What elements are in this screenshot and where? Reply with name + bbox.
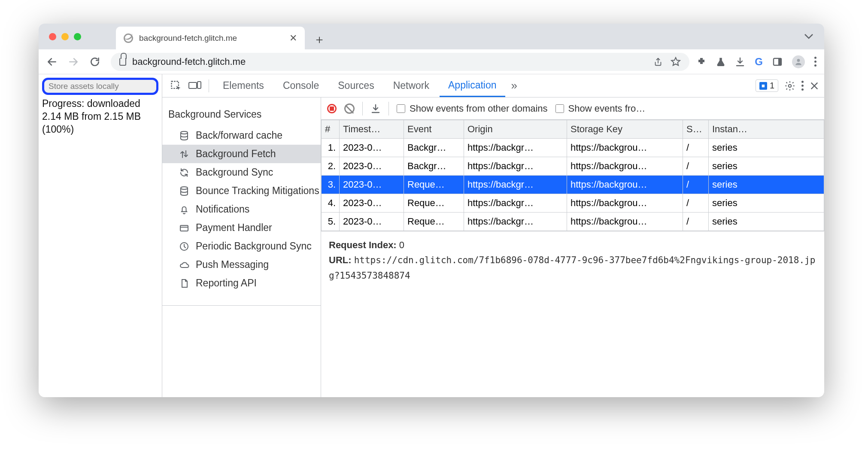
clear-button[interactable] <box>344 103 355 114</box>
sidebar-item-label: Reporting API <box>196 277 257 289</box>
table-row[interactable]: 4.2023-0…Reque…https://backgr…https://ba… <box>322 194 824 213</box>
more-tabs-button[interactable]: » <box>507 79 522 92</box>
reload-button[interactable] <box>89 56 104 67</box>
sidebar-item-background-sync[interactable]: Background Sync <box>162 163 321 182</box>
show-other-domains-checkbox[interactable]: Show events from other domains <box>397 103 548 114</box>
svg-point-6 <box>789 84 792 87</box>
cell: 5. <box>322 213 340 231</box>
col-header[interactable]: Origin <box>464 120 567 139</box>
separator <box>388 102 389 116</box>
application-sidebar: Background Services Back/forward cacheBa… <box>162 97 321 397</box>
store-assets-button[interactable]: Store assets locally <box>49 82 152 91</box>
table-row[interactable]: 2.2023-0…Backgr…https://backgr…https://b… <box>322 157 824 176</box>
events-table: #Timest…EventOriginStorage KeyS…Instan… … <box>321 120 824 231</box>
content-area: Store assets locally Progress: downloade… <box>39 74 824 397</box>
save-events-button[interactable] <box>370 103 381 114</box>
minimize-window-button[interactable] <box>61 33 69 40</box>
col-header[interactable]: Timest… <box>340 120 404 139</box>
sidebar-item-background-fetch[interactable]: Background Fetch <box>162 145 321 163</box>
tab-sources[interactable]: Sources <box>329 74 382 97</box>
cell: Reque… <box>404 213 464 231</box>
cell: Backgr… <box>404 157 464 176</box>
col-header[interactable]: Storage Key <box>567 120 683 139</box>
database-icon <box>179 130 190 141</box>
svg-point-8 <box>181 187 188 189</box>
browser-window: background-fetch.glitch.me ✕ ＋ backgroun… <box>39 24 824 397</box>
lock-icon <box>119 58 126 66</box>
table-row[interactable]: 1.2023-0…Backgr…https://backgr…https://b… <box>322 139 824 157</box>
labs-flask-icon[interactable] <box>716 57 725 67</box>
database-icon <box>179 185 190 197</box>
col-header[interactable]: Event <box>404 120 464 139</box>
tab-console[interactable]: Console <box>274 74 328 97</box>
close-window-button[interactable] <box>49 33 56 40</box>
tab-application[interactable]: Application <box>440 74 505 97</box>
cell: https://backgr… <box>464 176 567 194</box>
extensions-button[interactable] <box>696 57 707 67</box>
checkbox-input[interactable] <box>397 104 405 113</box>
cell: 2. <box>322 157 340 176</box>
tab-elements[interactable]: Elements <box>214 74 273 97</box>
globe-icon <box>124 33 133 43</box>
checkbox-input[interactable] <box>555 104 564 113</box>
side-panel-button[interactable] <box>772 57 783 67</box>
chrome-menu-button[interactable] <box>814 57 816 67</box>
url-text: background-fetch.glitch.me <box>132 56 246 67</box>
issues-button[interactable]: ■ 1 <box>756 79 778 92</box>
table-row[interactable]: 3.2023-0…Reque…https://backgr…https://ba… <box>322 176 824 194</box>
devtools-close-button[interactable] <box>810 81 819 91</box>
close-tab-button[interactable]: ✕ <box>289 33 297 44</box>
sidebar-item-bounce-tracking-mitigations[interactable]: Bounce Tracking Mitigations <box>162 182 321 200</box>
sidebar-item-label: Background Fetch <box>196 148 276 160</box>
cell: 4. <box>322 194 340 213</box>
browser-toolbar: background-fetch.glitch.me G <box>39 49 824 74</box>
svg-rect-5 <box>197 82 201 88</box>
record-button[interactable] <box>327 104 337 113</box>
sidebar-item-push-messaging[interactable]: Push Messaging <box>162 255 321 274</box>
sidebar-section-title: Background Services <box>162 106 321 126</box>
cell: https://backgr… <box>464 213 567 231</box>
sidebar-next-section <box>162 305 321 317</box>
col-header[interactable]: # <box>322 120 340 139</box>
cell: / <box>683 213 709 231</box>
maximize-window-button[interactable] <box>74 33 81 40</box>
device-toolbar-button[interactable] <box>186 77 203 94</box>
application-main: Show events from other domains Show even… <box>321 97 824 397</box>
cell: https://backgr… <box>464 194 567 213</box>
page-viewport: Store assets locally Progress: downloade… <box>39 74 162 397</box>
inspect-element-button[interactable] <box>167 77 185 94</box>
sidebar-item-reporting-api[interactable]: Reporting API <box>162 274 321 292</box>
devtools-menu-button[interactable] <box>801 81 804 91</box>
cell: Reque… <box>404 176 464 194</box>
cell: 1. <box>322 139 340 157</box>
event-details: Request Index: 0 URL: https://cdn.glitch… <box>321 231 824 289</box>
share-button[interactable] <box>653 57 663 67</box>
tab-overflow-button[interactable] <box>804 34 813 39</box>
sidebar-item-periodic-background-sync[interactable]: Periodic Background Sync <box>162 237 321 255</box>
address-bar[interactable]: background-fetch.glitch.me <box>111 53 689 71</box>
sidebar-item-payment-handler[interactable]: Payment Handler <box>162 219 321 237</box>
sidebar-item-notifications[interactable]: Notifications <box>162 200 321 219</box>
back-button[interactable] <box>46 56 61 67</box>
cell: https://backgrou… <box>567 213 683 231</box>
forward-button[interactable] <box>68 56 82 67</box>
window-titlebar: background-fetch.glitch.me ✕ ＋ <box>39 24 824 49</box>
google-icon[interactable]: G <box>755 56 763 68</box>
bookmark-star-button[interactable] <box>671 57 681 67</box>
sidebar-item-back-forward-cache[interactable]: Back/forward cache <box>162 126 321 145</box>
table-row[interactable]: 5.2023-0…Reque…https://backgr…https://ba… <box>322 213 824 231</box>
cell: series <box>709 213 824 231</box>
cell: Reque… <box>404 194 464 213</box>
col-header[interactable]: S… <box>683 120 709 139</box>
tab-network[interactable]: Network <box>385 74 438 97</box>
new-tab-button[interactable]: ＋ <box>313 31 325 48</box>
devtools-settings-button[interactable] <box>784 80 795 91</box>
url-label: URL: <box>329 255 352 265</box>
downloads-button[interactable] <box>735 57 745 67</box>
col-header[interactable]: Instan… <box>709 120 824 139</box>
browser-tab[interactable]: background-fetch.glitch.me ✕ <box>116 27 305 49</box>
show-events-checkbox[interactable]: Show events fro… <box>555 103 646 114</box>
events-toolbar: Show events from other domains Show even… <box>321 97 824 120</box>
cell: / <box>683 176 709 194</box>
profile-avatar-button[interactable] <box>792 55 805 68</box>
